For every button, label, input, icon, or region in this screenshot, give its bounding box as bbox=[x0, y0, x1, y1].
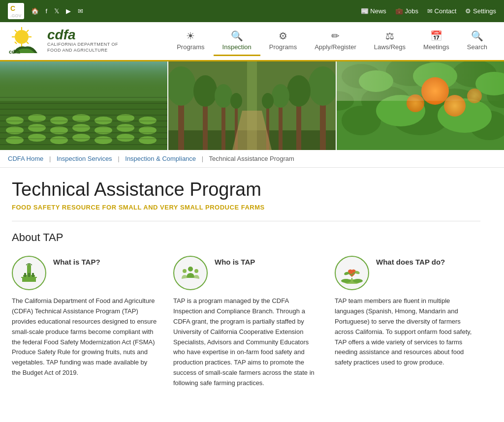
programs-gear-icon: ⚙ bbox=[279, 30, 287, 42]
home-icon-link[interactable]: 🏠 bbox=[31, 7, 39, 15]
svg-point-0 bbox=[15, 30, 29, 44]
svg-point-29 bbox=[72, 134, 90, 142]
svg-point-14 bbox=[50, 117, 68, 124]
nav-programs-1[interactable]: ☀ Programs bbox=[168, 26, 213, 56]
breadcrumb-home[interactable]: CDFA Home bbox=[8, 155, 43, 162]
svg-point-42 bbox=[215, 84, 232, 108]
svg-point-32 bbox=[139, 136, 157, 144]
news-link[interactable]: 📰 News bbox=[361, 7, 386, 15]
email-link[interactable]: ✉ bbox=[78, 7, 83, 15]
site-logo[interactable]: cdfa cdfa CALIFORNIA DEPARTMENT OF FOOD … bbox=[8, 26, 118, 56]
nav-programs-2[interactable]: ⚙ Programs bbox=[260, 26, 306, 56]
home-icon: 🏠 bbox=[31, 7, 39, 15]
svg-point-52 bbox=[262, 93, 274, 109]
nav-inspection[interactable]: 🔍 Inspection bbox=[214, 26, 260, 56]
svg-point-15 bbox=[72, 114, 90, 122]
breadcrumb-inspection-services[interactable]: Inspection Services bbox=[57, 155, 112, 162]
svg-point-22 bbox=[72, 124, 90, 132]
contact-icon: ✉ bbox=[427, 7, 433, 15]
svg-line-7 bbox=[27, 30, 29, 32]
svg-point-26 bbox=[6, 136, 24, 144]
meetings-icon: 📅 bbox=[430, 30, 442, 42]
settings-icon: ⚙ bbox=[465, 7, 471, 15]
hero-banner bbox=[0, 61, 504, 150]
col-what-is-tap: What is TAP? The California Department o… bbox=[12, 256, 158, 388]
svg-point-17 bbox=[117, 114, 134, 122]
nav-laws-regs[interactable]: ⚖ Laws/Regs bbox=[365, 26, 414, 56]
svg-point-31 bbox=[117, 134, 134, 142]
gov-bar: CA.GOV 🏠 f 𝕏 ▶ ✉ 📰 News 💼 Jobs ✉ Contact… bbox=[0, 0, 504, 22]
gov-bar-right: 📰 News 💼 Jobs ✉ Contact ⚙ Settings bbox=[361, 7, 496, 15]
svg-rect-81 bbox=[28, 273, 30, 277]
col-2-body: TAP is a program managed by the CDFA Ins… bbox=[173, 296, 319, 388]
svg-rect-11 bbox=[0, 101, 167, 150]
twitter-icon: 𝕏 bbox=[54, 7, 59, 15]
col-2-icon bbox=[173, 256, 208, 290]
col-2-header: Who is TAP bbox=[173, 256, 319, 290]
nav-search[interactable]: 🔍 Search bbox=[458, 26, 496, 56]
jobs-icon: 💼 bbox=[395, 7, 403, 15]
page-title: Technical Assistance Program bbox=[12, 180, 480, 200]
breadcrumb: CDFA Home | Inspection Services | Inspec… bbox=[0, 150, 504, 168]
nav-apply-register[interactable]: ✏ Apply/Register bbox=[306, 26, 365, 56]
apply-icon: ✏ bbox=[331, 30, 340, 42]
capitol-icon bbox=[18, 262, 40, 284]
people-icon bbox=[180, 262, 201, 284]
svg-point-20 bbox=[28, 124, 46, 132]
page-subtitle: FOOD SAFETY RESOURCE FOR SMALL AND VERY … bbox=[12, 204, 480, 211]
svg-point-87 bbox=[341, 279, 351, 283]
jobs-link[interactable]: 💼 Jobs bbox=[395, 7, 418, 15]
svg-rect-78 bbox=[21, 277, 37, 278]
svg-line-8 bbox=[15, 42, 17, 44]
breadcrumb-current: Technical Assistance Program bbox=[209, 155, 294, 162]
col-3-header: What does TAP do? bbox=[335, 256, 480, 290]
youtube-icon: ▶ bbox=[66, 7, 71, 15]
col-2-title: Who is TAP bbox=[215, 258, 255, 266]
settings-link[interactable]: ⚙ Settings bbox=[465, 7, 496, 15]
hero-panel-orchard bbox=[167, 61, 337, 150]
org-name: CALIFORNIA DEPARTMENT OF FOOD AND AGRICU… bbox=[47, 42, 118, 53]
divider bbox=[12, 221, 480, 221]
page-content: Technical Assistance Program FOOD SAFETY… bbox=[0, 168, 492, 400]
plant-icon bbox=[341, 262, 363, 284]
cdfa-logo-svg: cdfa bbox=[8, 26, 42, 56]
svg-point-30 bbox=[94, 136, 112, 144]
youtube-link[interactable]: ▶ bbox=[66, 7, 71, 15]
main-nav: ☀ Programs 🔍 Inspection ⚙ Programs ✏ App… bbox=[168, 26, 496, 56]
three-col-section: What is TAP? The California Department o… bbox=[12, 256, 480, 388]
svg-rect-79 bbox=[22, 278, 36, 282]
search-icon: 🔍 bbox=[471, 30, 483, 42]
gov-bar-left: CA.GOV 🏠 f 𝕏 ▶ ✉ bbox=[8, 3, 83, 19]
inspection-icon: 🔍 bbox=[231, 30, 243, 42]
facebook-link[interactable]: f bbox=[46, 7, 48, 15]
nav-meetings[interactable]: 📅 Meetings bbox=[414, 26, 458, 56]
contact-link[interactable]: ✉ Contact bbox=[427, 7, 456, 15]
ca-gov-logo[interactable]: CA.GOV bbox=[8, 3, 24, 19]
svg-point-24 bbox=[117, 124, 134, 132]
svg-rect-82 bbox=[32, 273, 34, 277]
breadcrumb-sep-3: | bbox=[202, 155, 203, 162]
col-what-tap-does: What does TAP do? TAP team members are f… bbox=[335, 256, 480, 388]
svg-point-40 bbox=[193, 75, 217, 107]
col-1-icon bbox=[12, 256, 46, 290]
breadcrumb-inspection-compliance[interactable]: Inspection & Compliance bbox=[125, 155, 196, 162]
hero-panel-citrus bbox=[337, 61, 504, 150]
breadcrumb-sep-2: | bbox=[118, 155, 119, 162]
email-icon: ✉ bbox=[78, 7, 83, 15]
org-abbr: cdfa bbox=[47, 28, 118, 42]
svg-point-28 bbox=[50, 136, 68, 144]
col-1-title: What is TAP? bbox=[53, 258, 100, 266]
svg-point-83 bbox=[188, 267, 193, 271]
news-icon: 📰 bbox=[361, 7, 369, 15]
svg-rect-80 bbox=[24, 273, 26, 277]
svg-point-84 bbox=[183, 269, 187, 273]
svg-point-13 bbox=[28, 114, 46, 122]
twitter-link[interactable]: 𝕏 bbox=[54, 7, 59, 15]
hero-panel-crops bbox=[0, 61, 167, 150]
about-section-title: About TAP bbox=[12, 231, 480, 244]
svg-point-19 bbox=[6, 126, 24, 134]
col-3-icon bbox=[335, 256, 369, 290]
col-1-body: The California Department of Food and Ag… bbox=[12, 296, 158, 378]
svg-point-25 bbox=[139, 126, 157, 134]
col-1-header: What is TAP? bbox=[12, 256, 158, 290]
